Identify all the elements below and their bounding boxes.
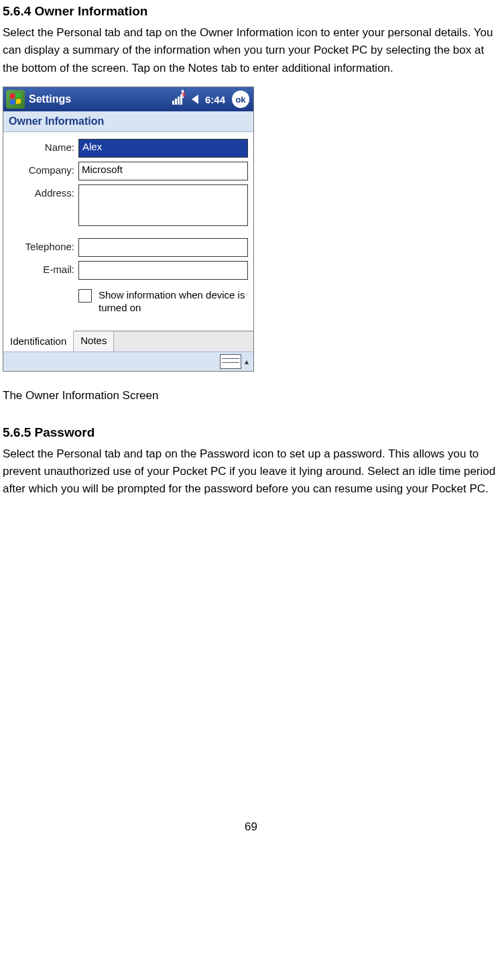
start-menu-icon[interactable] xyxy=(6,90,25,109)
show-info-checkbox-label: Show information when device is turned o… xyxy=(99,289,248,315)
name-input[interactable]: Alex xyxy=(78,139,248,158)
screen-subheader: Owner Information xyxy=(3,111,253,132)
name-label: Name: xyxy=(9,139,78,153)
owner-form: Name: Alex Company: Microsoft Address: T… xyxy=(3,132,253,331)
email-input[interactable] xyxy=(78,261,248,280)
volume-icon[interactable] xyxy=(192,95,198,104)
show-info-checkbox[interactable] xyxy=(78,289,92,303)
section-heading-password: 5.6.5 Password xyxy=(3,425,499,440)
keyboard-icon[interactable] xyxy=(220,354,241,369)
title-bar-text: Settings xyxy=(29,93,172,105)
screenshot-caption: The Owner Information Screen xyxy=(3,389,499,402)
sip-bar: ▴ xyxy=(3,351,253,371)
tab-bar: Identification Notes xyxy=(3,331,253,351)
svg-rect-1 xyxy=(16,93,21,98)
svg-rect-0 xyxy=(10,93,15,99)
email-label: E-mail: xyxy=(9,261,78,275)
section-para-owner-info: Select the Personal tab and tap on the O… xyxy=(3,24,499,77)
section-para-password: Select the Personal tab and tap on the P… xyxy=(3,445,499,498)
clock[interactable]: 6:44 xyxy=(205,94,225,105)
svg-rect-3 xyxy=(16,99,21,104)
company-input[interactable]: Microsoft xyxy=(78,162,248,180)
section-heading-owner-info: 5.6.4 Owner Information xyxy=(3,4,499,19)
company-label: Company: xyxy=(9,162,78,176)
ok-button[interactable]: ok xyxy=(232,91,249,108)
connectivity-icon[interactable]: x xyxy=(172,95,185,105)
address-input[interactable] xyxy=(78,184,248,226)
address-label: Address: xyxy=(9,184,78,199)
title-bar: Settings x 6:44 ok xyxy=(3,87,253,111)
pocketpc-screenshot: Settings x 6:44 ok Owner Information Nam… xyxy=(3,87,254,372)
tab-notes[interactable]: Notes xyxy=(74,331,114,351)
tab-identification[interactable]: Identification xyxy=(3,331,74,351)
sip-up-arrow-icon[interactable]: ▴ xyxy=(243,355,251,368)
svg-rect-2 xyxy=(10,99,15,105)
telephone-label: Telephone: xyxy=(9,238,78,252)
page-number: 69 xyxy=(3,820,499,834)
telephone-input[interactable] xyxy=(78,238,248,257)
